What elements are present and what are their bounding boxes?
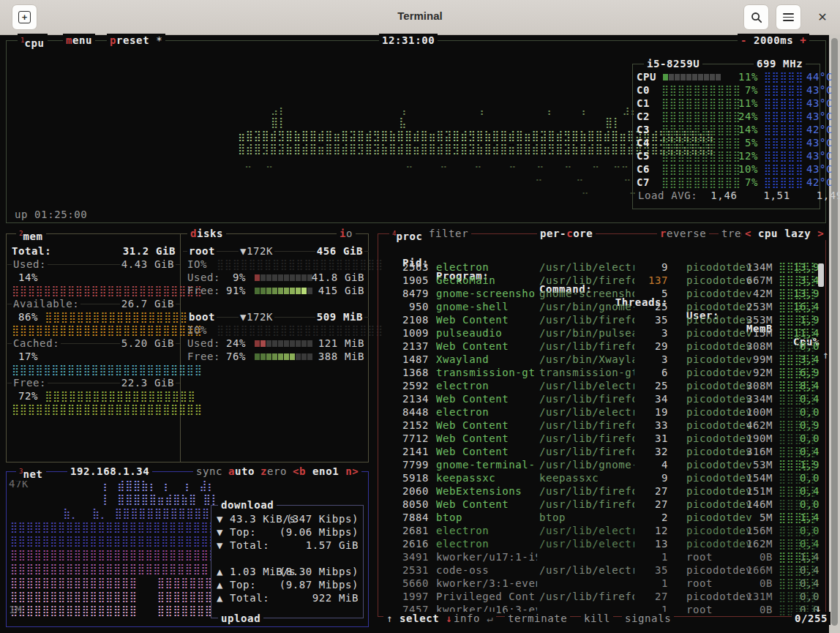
table-row[interactable]: 5660kworker/3:1-even1root0B⣿⣿⣿⣿⣿0,4 <box>383 577 825 590</box>
table-row[interactable]: 2152Web Content/usr/lib/firefo33picodotd… <box>383 419 825 432</box>
net-sync-option[interactable]: sync <box>193 465 225 478</box>
proc-program: Web Content <box>436 445 537 458</box>
info-option[interactable]: info ↵ <box>451 612 496 625</box>
signals-option[interactable]: signals <box>622 612 674 625</box>
proc-threads: 35 <box>636 313 668 326</box>
table-row[interactable]: 2681electron/usr/lib/electr12picodotdev1… <box>383 524 825 537</box>
proc-command: /usr/bin/gnome- <box>539 300 634 313</box>
table-row[interactable]: 2108Web Content/usr/lib/firefo35picodotd… <box>383 313 825 326</box>
close-button[interactable]: ✕ <box>814 9 831 26</box>
proc-pid: 8050 <box>383 498 429 511</box>
proc-cpu-pct: 0,4 <box>787 563 820 577</box>
proc-pid: 1009 <box>383 326 429 340</box>
interval-plus[interactable]: + <box>800 34 806 46</box>
table-row[interactable]: 2141Web Content/usr/lib/firefo32picodotd… <box>383 445 825 458</box>
proc-program: gnome-terminal- <box>436 458 537 471</box>
cpu-box-title[interactable]: 1cpu <box>18 34 48 50</box>
proc-command: /usr/bin/pulsea <box>539 326 634 340</box>
table-row[interactable]: 1905GeckoMain/usr/lib/firefo137picodotde… <box>383 274 825 287</box>
table-row[interactable]: 8448electron/usr/lib/electr19picodotdev1… <box>383 405 825 419</box>
proc-command: /usr/lib/firefo <box>539 432 634 445</box>
mem-box-title[interactable]: 2mem <box>16 227 46 243</box>
proc-threads: 25 <box>636 300 668 313</box>
table-row[interactable]: 5918keepassxckeepassxc9picodotdev154M⣿⣿⣿… <box>383 471 825 484</box>
table-row[interactable]: 8479gnome-screenshognome-screensho5picod… <box>383 287 825 300</box>
proc-cpu-pct: 1,4 <box>787 550 820 563</box>
menu-button[interactable] <box>776 4 801 30</box>
proc-threads: 13 <box>636 537 668 550</box>
proc-percore-option[interactable]: per-core <box>537 227 596 240</box>
table-row[interactable]: 2137Web Content/usr/lib/firefo29picodotd… <box>383 340 825 353</box>
proc-threads: 4 <box>636 458 668 471</box>
table-row[interactable]: 2531code-oss/usr/lib/electr35picodotdev1… <box>383 563 825 577</box>
net-box-title[interactable]: 3net <box>16 465 46 481</box>
mem-row: 14% <box>12 271 176 284</box>
table-row[interactable]: 1997Privileged Cont/usr/lib/firefo27pico… <box>383 590 825 603</box>
table-row[interactable]: 2134Web Content/usr/lib/firefo34picodotd… <box>383 392 825 405</box>
proc-cpu-pct: 1,9 <box>787 458 820 471</box>
net-stat-label: ▼ 43.3 KiB/s <box>217 513 296 525</box>
net-interface-selector[interactable]: <b eno1 n> <box>290 465 361 478</box>
mem-row: 17% <box>12 350 176 363</box>
proc-cpu-pct: 16,4 <box>787 300 820 313</box>
net-stat-row: ▲ Top:(9.87 Mibps) <box>217 578 359 591</box>
table-row[interactable]: 7712Web Content/usr/lib/firefo31picodotd… <box>383 432 825 445</box>
proc-cpu-pct: 0,0 <box>787 432 820 445</box>
select-option[interactable]: ↑ select ↓ <box>383 612 455 625</box>
proc-filter-option[interactable]: filter <box>426 227 471 240</box>
core-temp-graph: ⣿⣿⣿⣿⣿ <box>764 70 803 83</box>
core-temp: 43°C <box>800 83 833 97</box>
terminate-option[interactable]: terminate <box>505 612 570 625</box>
core-usage-pct: 11% <box>729 70 758 83</box>
menu-option[interactable]: menu <box>63 34 95 47</box>
proc-program: Web Content <box>436 498 537 511</box>
preset-option[interactable]: preset * <box>107 34 165 47</box>
proc-scrollbar-thumb[interactable] <box>818 263 824 287</box>
search-button[interactable] <box>743 4 769 30</box>
proc-reverse-option[interactable]: reverse <box>657 227 709 240</box>
net-auto-option[interactable]: auto <box>225 465 258 478</box>
interval-minus[interactable]: - <box>740 34 747 46</box>
proc-mem: 316M <box>738 445 773 458</box>
table-row[interactable]: 8050Web Content/usr/lib/firefo27picodotd… <box>383 498 825 511</box>
core-temp: 43°C <box>800 97 833 110</box>
proc-threads: 1 <box>636 550 668 563</box>
table-row[interactable]: 2563electron/usr/lib/electr9picodotdev13… <box>383 261 825 274</box>
net-ip-address: 192.168.1.34 <box>67 465 152 478</box>
disks-title[interactable]: disks <box>187 227 226 240</box>
proc-cpu-pct: 0,0 <box>787 340 820 353</box>
update-interval: - 2000ms + <box>738 34 809 47</box>
table-row[interactable]: 1368transmission-gttransmission-gt6picod… <box>383 366 825 379</box>
net-stat-value: (9.06 Mibps) <box>280 525 359 539</box>
proc-command: /usr/lib/firefo <box>539 590 634 603</box>
disks-io-toggle[interactable]: io <box>337 227 356 240</box>
proc-program: pulseaudio <box>436 326 537 340</box>
table-row[interactable]: 3491kworker/u17:1-i91root0B⣿⣿⣿⣿⣿1,4 <box>383 550 825 563</box>
disk-meter <box>255 340 312 347</box>
mem-entry-label: Used: <box>12 258 48 270</box>
disk-meter-pct: 76% <box>220 350 246 363</box>
proc-pid: 2141 <box>383 445 429 458</box>
proc-sort-selector[interactable]: < cpu lazy > <box>742 227 827 240</box>
proc-mem: 154M <box>738 471 773 484</box>
table-row[interactable]: 7884btopbtop2picodotdev5M⣿⣿⣿⣿⣿1,4 <box>383 511 825 524</box>
proc-pid: 1368 <box>383 366 429 379</box>
net-graph-row: ⣿⣿⣿⣿⣿⣿⣿⣿⣿⣿⣿⣿⣿⣿⣿⣿ ⣿⣿⣿⣿⣿⣿⣿⣿⣿⣿⣿ <box>10 576 244 589</box>
table-row[interactable]: 2060WebExtensions/usr/lib/firefo27picodo… <box>383 484 825 498</box>
proc-program: btop <box>436 511 537 524</box>
net-zero-option[interactable]: zero <box>258 465 290 478</box>
disk-row: Free:76%388 MiB <box>187 350 364 363</box>
table-row[interactable]: 2592electron/usr/lib/electr25picodotdev3… <box>383 379 825 392</box>
disk-io-graph: ⣿⣿⣿⣿⣿⣿⣿⣿⣿⣿⣿⣿⣿⣿⣿⣿⣿⣿⣿⣿⣿ <box>217 323 383 337</box>
core-name: C0 <box>637 83 650 97</box>
proc-pid: 2616 <box>383 537 429 550</box>
table-row[interactable]: 1009pulseaudio/usr/bin/pulsea3picodotdev… <box>383 326 825 340</box>
table-row[interactable]: 950gnome-shell/usr/bin/gnome-25picodotde… <box>383 300 825 313</box>
table-row[interactable]: 1487Xwayland/usr/bin/Xwayla3picodotdev99… <box>383 353 825 366</box>
kill-option[interactable]: kill <box>581 612 613 625</box>
core-usage-pct: 14% <box>729 123 758 136</box>
proc-box-title[interactable]: 4proc <box>389 227 426 243</box>
table-row[interactable]: 7799gnome-terminal-/usr/lib/gnome-4picod… <box>383 458 825 471</box>
proc-command: gnome-screensho <box>539 287 634 300</box>
table-row[interactable]: 2616electron/usr/lib/electr13picodotdev1… <box>383 537 825 550</box>
